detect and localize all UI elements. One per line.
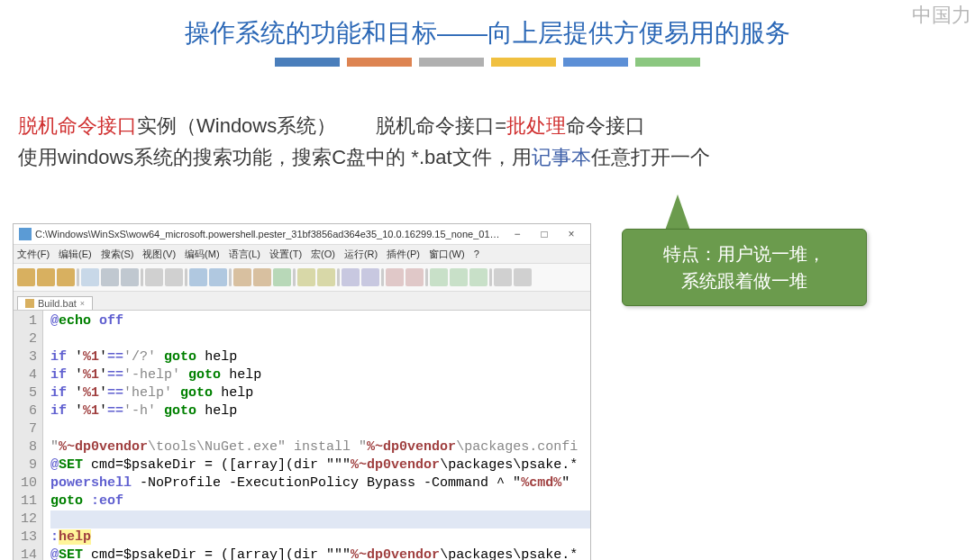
red-term-2: 批处理 <box>506 114 566 137</box>
toolbar-button[interactable] <box>361 268 379 286</box>
toolbar-button[interactable] <box>469 268 488 286</box>
toolbar-button[interactable] <box>145 268 163 286</box>
toolbar-button[interactable] <box>141 268 143 286</box>
code-line[interactable]: @SET cmd=$psakeDir = ([array](dir """%~d… <box>50 546 590 560</box>
app-icon <box>19 228 32 240</box>
toolbar-button[interactable] <box>77 268 79 286</box>
line-number: 6 <box>21 402 37 420</box>
toolbar-button[interactable] <box>253 268 271 286</box>
code-token: '/?' <box>123 349 164 365</box>
close-button[interactable]: × <box>558 228 585 240</box>
tab-label: Build.bat <box>38 298 77 309</box>
toolbar-button[interactable] <box>293 268 296 286</box>
toolbar-button[interactable] <box>494 268 512 286</box>
tab-close-icon[interactable]: × <box>80 299 85 308</box>
toolbar-button[interactable] <box>317 268 335 286</box>
menu-item[interactable]: 宏(O) <box>311 248 335 261</box>
body-line1-p2b: 命令接口 <box>566 114 645 137</box>
line-number: 13 <box>21 528 37 546</box>
code-line[interactable]: if '%1'=='help' goto help <box>50 384 590 402</box>
menu-item[interactable]: 设置(T) <box>269 248 302 261</box>
menu-item[interactable]: ? <box>474 248 479 259</box>
code-line[interactable]: :help <box>50 528 590 546</box>
toolbar-button[interactable] <box>189 268 207 286</box>
code-token: if <box>50 385 75 401</box>
toolbar-button[interactable] <box>386 268 404 286</box>
code-line[interactable]: if '%1'=='-h' goto help <box>50 402 590 420</box>
toolbar-button[interactable] <box>209 268 227 286</box>
toolbar-button[interactable] <box>121 268 139 286</box>
line-number: 4 <box>21 366 37 384</box>
toolbar-button[interactable] <box>101 268 119 286</box>
code-content[interactable]: @echo off if '%1'=='/?' goto helpif '%1'… <box>43 311 590 560</box>
code-token: %~dp0vendor <box>351 547 440 560</box>
toolbar-button[interactable] <box>81 268 99 286</box>
menu-item[interactable]: 语言(L) <box>229 248 260 261</box>
menu-item[interactable]: 视图(V) <box>142 248 176 261</box>
toolbar-button[interactable] <box>489 268 492 286</box>
menu-item[interactable]: 窗口(W) <box>429 248 465 261</box>
code-token: help <box>229 367 261 383</box>
code-token: help <box>205 349 237 365</box>
code-token: \packages\psake.* <box>440 457 578 473</box>
code-token: %1 <box>83 385 99 401</box>
toolbar-button[interactable] <box>337 268 340 286</box>
code-token: %1 <box>83 403 99 419</box>
code-token: == <box>107 367 123 383</box>
code-token: %cmd% <box>521 475 561 491</box>
toolbar-button[interactable] <box>430 268 448 286</box>
minimize-button[interactable]: − <box>504 228 531 240</box>
toolbar-button[interactable] <box>514 268 532 286</box>
toolbar-button[interactable] <box>450 268 468 286</box>
code-token: ' <box>75 349 83 365</box>
menu-item[interactable]: 搜索(S) <box>101 248 134 261</box>
code-line[interactable]: goto :eof <box>50 492 590 510</box>
toolbar-button[interactable] <box>425 268 428 286</box>
code-line[interactable] <box>50 420 590 438</box>
code-line[interactable] <box>50 330 590 348</box>
code-token: @ <box>50 457 59 473</box>
file-icon <box>25 299 34 308</box>
menu-item[interactable]: 文件(F) <box>17 248 50 261</box>
code-area: 123456789101112131415 @echo off if '%1'=… <box>14 311 590 560</box>
menu-item[interactable]: 插件(P) <box>387 248 420 261</box>
toolbar-button[interactable] <box>229 268 232 286</box>
code-line[interactable]: @SET cmd=$psakeDir = ([array](dir """%~d… <box>50 456 590 474</box>
code-line[interactable] <box>50 510 590 528</box>
code-line[interactable]: @echo off <box>50 312 590 330</box>
code-token: \packages\psake.* <box>440 547 578 560</box>
code-line[interactable]: if '%1'=='/?' goto help <box>50 348 590 366</box>
window-titlebar[interactable]: C:\Windows\WinSxS\wow64_microsoft.powers… <box>14 224 590 245</box>
toolbar-button[interactable] <box>37 268 55 286</box>
line-number: 3 <box>21 348 37 366</box>
code-line[interactable]: "%~dp0vendor\tools\NuGet.exe" install "%… <box>50 438 590 456</box>
code-line[interactable]: powershell -NoProfile -ExecutionPolicy B… <box>50 474 590 492</box>
maximize-button[interactable]: □ <box>531 228 558 240</box>
toolbar-button[interactable] <box>405 268 424 286</box>
tab-bar: Build.bat × <box>14 292 590 311</box>
file-tab[interactable]: Build.bat × <box>17 296 93 310</box>
toolbar-button[interactable] <box>273 268 291 286</box>
code-token: goto <box>50 493 91 509</box>
menu-item[interactable]: 运行(R) <box>344 248 378 261</box>
code-line[interactable]: if '%1'=='-help' goto help <box>50 366 590 384</box>
menu-bar: 文件(F)编辑(E)搜索(S)视图(V)编码(M)语言(L)设置(T)宏(O)运… <box>14 245 590 264</box>
toolbar-button[interactable] <box>297 268 315 286</box>
toolbar-button[interactable] <box>17 268 35 286</box>
toolbar-button[interactable] <box>381 268 384 286</box>
menu-item[interactable]: 编辑(E) <box>59 248 92 261</box>
toolbar-button[interactable] <box>165 268 183 286</box>
toolbar-button[interactable] <box>185 268 187 286</box>
code-token: help <box>221 385 253 401</box>
toolbar-button[interactable] <box>57 268 75 286</box>
color-bar-row <box>0 58 975 67</box>
code-token: @ <box>50 547 59 560</box>
code-token: \tools\NuGet.exe" install " <box>148 439 367 455</box>
toolbar-button[interactable] <box>233 268 251 286</box>
toolbar-button[interactable] <box>342 268 360 286</box>
code-token: help <box>205 403 237 419</box>
menu-item[interactable]: 编码(M) <box>185 248 220 261</box>
code-token: " <box>561 475 570 491</box>
line-number-gutter: 123456789101112131415 <box>14 311 43 560</box>
code-token: ' <box>75 367 83 383</box>
